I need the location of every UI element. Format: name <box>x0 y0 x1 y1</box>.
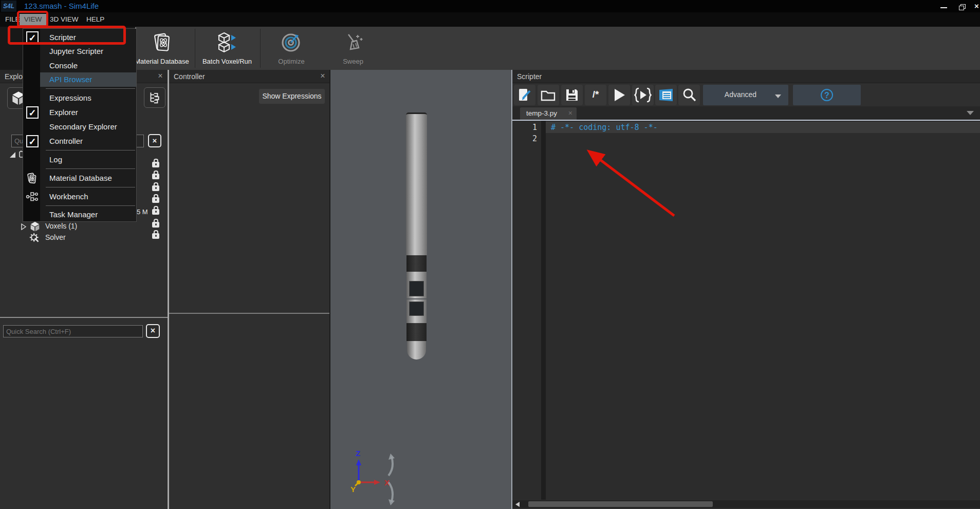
menu-item-expressions[interactable]: Expressions <box>23 91 136 105</box>
search-script-button[interactable] <box>678 85 700 105</box>
quick-search-box <box>3 325 143 337</box>
run-selection-button[interactable] <box>632 85 654 105</box>
scripter-panel: Scripter <box>512 70 980 509</box>
checkbox-checked-icon[interactable]: ✓ <box>26 106 39 119</box>
batch-voxel-run-button[interactable]: Batch Voxel/Run <box>197 30 257 69</box>
tree-view-button[interactable] <box>144 87 165 108</box>
code-line-1: # -*- coding: utf-8 -*- <box>551 122 658 133</box>
lock-icon[interactable] <box>152 185 159 191</box>
menu-item-jupyter-scripter[interactable]: Jupyter Scripter <box>23 44 136 59</box>
tree-view-icon <box>148 91 161 104</box>
close-icon[interactable]: × <box>318 71 327 81</box>
menu-item-secondary-explorer[interactable]: Secondary Explorer <box>23 120 136 134</box>
show-expressions-button[interactable]: Show Expressions <box>259 89 325 104</box>
lock-icon[interactable] <box>152 209 159 215</box>
gutter-separator <box>541 121 546 500</box>
close-icon[interactable]: × <box>156 71 165 81</box>
tree-row-solver[interactable]: Solver <box>0 232 149 244</box>
menu-item-task-manager[interactable]: Task Manager <box>23 208 136 222</box>
menu-item-explorer[interactable]: Explorer <box>23 105 136 120</box>
chevron-down-icon <box>775 95 781 98</box>
toolbar-button-label: Optimize <box>262 58 321 65</box>
tree-collapsed-arrow-icon[interactable] <box>21 223 27 230</box>
quick-search-clear-button[interactable]: × <box>146 324 160 338</box>
probe-electrode[interactable] <box>406 299 427 318</box>
tree-expanded-arrow-icon[interactable] <box>9 152 16 158</box>
probe-band[interactable] <box>406 255 427 272</box>
explorer-splitter[interactable] <box>0 317 168 318</box>
menu-help[interactable]: HELP <box>86 14 104 25</box>
scroll-left-arrow-icon[interactable] <box>515 502 520 507</box>
sweep-button[interactable]: Sweep <box>323 30 383 69</box>
material-database-icon <box>26 172 38 184</box>
explorer-search-clear-button[interactable]: × <box>148 134 161 147</box>
lock-icon[interactable] <box>152 222 159 228</box>
lock-icon[interactable] <box>152 162 159 167</box>
probe-segment[interactable] <box>406 318 427 323</box>
scripter-tab-bar: temp-3.py × <box>512 106 980 120</box>
advanced-label: Advanced <box>703 90 778 99</box>
save-icon <box>565 88 579 102</box>
tree-item-label: Solver <box>45 233 66 241</box>
menu-separator <box>46 168 135 169</box>
minimize-button[interactable] <box>937 2 951 11</box>
controller-splitter[interactable] <box>169 313 329 314</box>
line-number: 1 <box>512 122 537 133</box>
tree-row-voxels[interactable]: Voxels (1) <box>0 221 149 233</box>
menu-item-workbench[interactable]: Workbench <box>23 190 136 204</box>
lock-icon[interactable] <box>152 174 159 179</box>
axis-y-label: Y <box>350 485 356 494</box>
comment-button[interactable]: /* <box>585 85 606 105</box>
menu-item-log[interactable]: Log <box>23 153 136 167</box>
tab-close-icon[interactable]: × <box>568 109 572 117</box>
material-database-button[interactable]: Material Database <box>132 30 192 69</box>
advanced-dropdown[interactable]: Advanced <box>703 85 788 105</box>
app-logo-icon: S4L <box>1 1 16 12</box>
menu-item-console[interactable]: Console <box>23 59 136 73</box>
run-script-button[interactable] <box>608 85 630 105</box>
help-button[interactable]: ? <box>793 85 861 105</box>
lock-icon[interactable] <box>152 233 159 239</box>
tree-item-label: Voxels (1) <box>45 222 77 230</box>
window-title: 123.smash - Sim4Life <box>24 2 99 10</box>
menu-item-api-browser[interactable]: API Browser <box>40 72 136 87</box>
restore-button[interactable] <box>957 2 970 11</box>
lock-icon[interactable] <box>152 197 159 203</box>
viewport-3d[interactable]: Z X Y <box>330 70 511 509</box>
app-window: S4L 123.smash - Sim4Life × FILE VIEW 3D … <box>0 0 980 509</box>
workbench-icon <box>26 191 38 203</box>
optimize-button[interactable]: Optimize <box>262 30 321 69</box>
probe-segment[interactable] <box>406 272 427 279</box>
menu-3d-view[interactable]: 3D VIEW <box>50 14 79 25</box>
menu-item-controller[interactable]: Controller <box>23 134 136 148</box>
save-script-button[interactable] <box>561 85 583 105</box>
title-bar: S4L 123.smash - Sim4Life × <box>0 0 980 12</box>
line-number: 2 <box>512 133 537 144</box>
console-log-button[interactable] <box>655 85 677 105</box>
material-database-icon <box>151 31 173 53</box>
scrollbar-thumb[interactable] <box>528 501 713 507</box>
new-script-button[interactable] <box>514 85 535 105</box>
toolbar-separator <box>260 29 261 68</box>
probe-tip[interactable] <box>407 341 426 360</box>
menu-separator <box>46 205 135 206</box>
open-script-button[interactable] <box>538 85 559 105</box>
scripter-header: Scripter <box>512 70 980 83</box>
quick-search-input[interactable] <box>4 326 142 337</box>
annotation-box-scripter <box>8 26 126 45</box>
probe-band[interactable] <box>406 323 427 341</box>
horizontal-scrollbar[interactable] <box>512 500 980 508</box>
run-selection-icon <box>634 87 652 103</box>
scripter-title: Scripter <box>517 72 542 81</box>
tab-temp-3[interactable]: temp-3.py × <box>520 107 577 120</box>
tab-list-chevron-icon[interactable] <box>967 111 974 115</box>
close-button[interactable]: × <box>973 2 980 11</box>
probe-electrode[interactable] <box>406 279 427 298</box>
checkbox-checked-icon[interactable]: ✓ <box>26 135 39 147</box>
menu-item-material-database[interactable]: Material Database <box>23 171 136 185</box>
open-folder-icon <box>541 88 556 102</box>
annotation-box-view <box>17 11 48 27</box>
tab-label: temp-3.py <box>526 109 557 117</box>
probe-shaft[interactable] <box>406 112 427 255</box>
menu-separator <box>46 187 135 187</box>
